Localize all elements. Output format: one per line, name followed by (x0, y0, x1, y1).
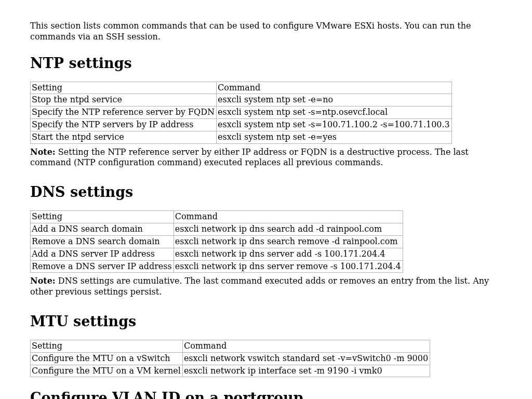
table-row: Start the ntpd service esxcli system ntp… (31, 131, 452, 143)
cell-command: esxcli network ip dns server add -s 100.… (174, 248, 403, 260)
mtu-heading: MTU settings (30, 312, 502, 330)
cell-setting: Add a DNS server IP address (31, 248, 174, 260)
ntp-note: Note: Setting the NTP reference server b… (30, 147, 502, 169)
table-header-row: Setting Command (31, 82, 452, 94)
table-row: Configure the MTU on a vSwitch esxcli ne… (31, 352, 430, 365)
col-setting: Setting (31, 340, 183, 353)
cell-setting: Add a DNS search domain (31, 223, 174, 236)
cell-command: esxcli system ntp set -e=no (217, 94, 452, 107)
cell-command: esxcli network ip dns search add -d rain… (174, 223, 403, 236)
cell-setting: Configure the MTU on a vSwitch (31, 352, 183, 365)
cell-setting: Configure the MTU on a VM kernel (31, 365, 183, 377)
cell-setting: Start the ntpd service (31, 131, 217, 143)
cell-command: esxcli system ntp set -s=ntp.osevcf.loca… (217, 107, 452, 119)
cell-setting: Remove a DNS server IP address (31, 260, 174, 273)
dns-heading: DNS settings (30, 183, 502, 201)
cell-setting: Specify the NTP reference server by FQDN (31, 107, 217, 119)
note-text: Setting the NTP reference server by eith… (30, 147, 469, 168)
table-row: Add a DNS server IP address esxcli netwo… (31, 248, 403, 260)
note-text: DNS settings are cumulative. The last co… (30, 276, 489, 297)
table-header-row: Setting Command (31, 211, 403, 223)
table-header-row: Setting Command (31, 340, 430, 353)
note-label: Note: (30, 147, 56, 157)
col-setting: Setting (31, 82, 217, 94)
col-command: Command (182, 340, 430, 353)
note-label: Note: (30, 276, 56, 286)
table-row: Specify the NTP reference server by FQDN… (31, 107, 452, 119)
cell-command: esxcli network ip dns server remove -s 1… (174, 260, 403, 273)
cell-command: esxcli system ntp set -s=100.71.100.2 -s… (217, 119, 452, 131)
cell-command: esxcli network ip dns search remove -d r… (174, 235, 403, 248)
table-row: Remove a DNS server IP address esxcli ne… (31, 260, 403, 273)
cell-setting: Remove a DNS search domain (31, 235, 174, 248)
col-setting: Setting (31, 211, 174, 223)
table-row: Specify the NTP servers by IP address es… (31, 119, 452, 131)
col-command: Command (174, 211, 403, 223)
cell-command: esxcli network ip interface set -m 9190 … (182, 365, 430, 377)
table-row: Add a DNS search domain esxcli network i… (31, 223, 403, 236)
ntp-table: Setting Command Stop the ntpd service es… (30, 82, 452, 144)
vlan-heading: Configure VLAN ID on a portgroup (30, 389, 502, 399)
cell-setting: Specify the NTP servers by IP address (31, 119, 217, 131)
mtu-table: Setting Command Configure the MTU on a v… (30, 340, 430, 377)
cell-command: esxcli system ntp set -e=yes (217, 131, 452, 143)
cell-command: esxcli network vswitch standard set -v=v… (182, 352, 430, 365)
table-row: Stop the ntpd service esxcli system ntp … (31, 94, 452, 107)
col-command: Command (217, 82, 452, 94)
dns-note: Note: DNS settings are cumulative. The l… (30, 276, 502, 298)
dns-table: Setting Command Add a DNS search domain … (30, 210, 403, 273)
ntp-heading: NTP settings (30, 54, 502, 72)
table-row: Remove a DNS search domain esxcli networ… (31, 235, 403, 248)
table-row: Configure the MTU on a VM kernel esxcli … (31, 365, 430, 377)
intro-paragraph: This section lists common commands that … (30, 21, 502, 43)
cell-setting: Stop the ntpd service (31, 94, 217, 107)
